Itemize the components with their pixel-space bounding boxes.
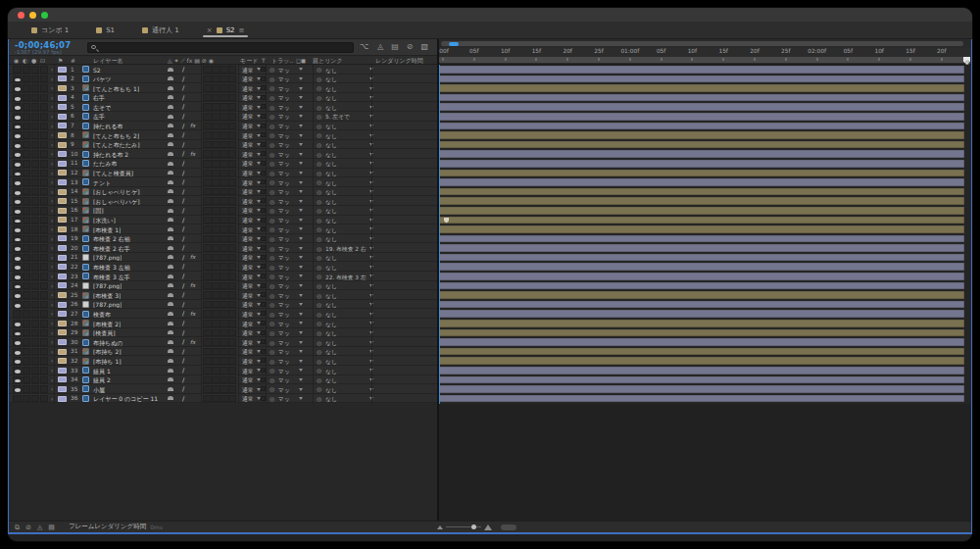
index-column-header[interactable]: # xyxy=(71,57,75,64)
layer-switch-cells[interactable] xyxy=(203,348,236,356)
quality-switch[interactable]: / xyxy=(182,84,184,92)
fx-badge[interactable]: fx xyxy=(190,311,195,317)
layer-duration-bar[interactable] xyxy=(439,282,964,290)
parent-pickwhip-icon[interactable]: ◎ xyxy=(317,245,321,252)
video-eye-toggle[interactable] xyxy=(13,66,22,74)
parent-pickwhip-icon[interactable]: ◎ xyxy=(317,282,321,289)
lock-toggle[interactable] xyxy=(40,84,48,92)
quality-switch[interactable]: / xyxy=(182,217,184,225)
comp-tab-4[interactable]: ×S2≡ xyxy=(197,22,255,38)
lock-toggle[interactable] xyxy=(40,348,48,356)
lock-toggle[interactable] xyxy=(40,282,48,290)
shy-switch-icon[interactable] xyxy=(168,302,173,306)
label-color-swatch[interactable] xyxy=(58,368,67,374)
close-tab-icon[interactable]: × xyxy=(207,26,213,34)
video-eye-toggle[interactable] xyxy=(13,254,22,262)
video-eye-toggle[interactable] xyxy=(13,310,22,318)
comp-tab-3[interactable]: 通行人 1 xyxy=(132,22,189,38)
audio-toggle[interactable] xyxy=(23,141,30,149)
layer-switch-cells[interactable] xyxy=(203,188,236,196)
layer-duration-bar[interactable] xyxy=(439,367,964,374)
label-column-header-flag-icon[interactable]: ⚑ xyxy=(58,57,63,64)
video-eye-toggle[interactable] xyxy=(13,94,22,102)
shy-switch-icon[interactable] xyxy=(168,227,173,231)
layer-row[interactable]: ›17[水洗い]/通常◎マッ◎なし xyxy=(9,216,437,225)
layer-duration-bar[interactable] xyxy=(439,310,964,318)
parent-pickwhip-icon[interactable]: ◎ xyxy=(317,123,321,129)
track-matte-pickwhip-icon[interactable]: ◎ xyxy=(270,113,274,120)
layer-row[interactable]: ›6左手/通常◎マッ◎5. 左そで xyxy=(9,112,437,122)
layer-row[interactable]: ›33組員 1/通常◎マッ◎なし xyxy=(9,366,437,375)
audio-toggle[interactable] xyxy=(23,357,30,365)
shy-switch-icon[interactable] xyxy=(168,171,173,175)
video-eye-toggle[interactable] xyxy=(13,217,22,225)
solo-toggle[interactable] xyxy=(31,217,39,225)
track-matte-pickwhip-icon[interactable]: ◎ xyxy=(270,282,274,289)
solo-toggle[interactable] xyxy=(31,348,39,356)
layer-duration-bar[interactable] xyxy=(439,225,964,233)
zoom-out-icon[interactable] xyxy=(437,525,443,529)
label-color-swatch[interactable] xyxy=(58,123,67,128)
label-color-swatch[interactable] xyxy=(58,161,67,167)
layer-switch-cells[interactable] xyxy=(203,197,236,205)
quality-switch[interactable]: / xyxy=(182,348,184,356)
audio-toggle[interactable] xyxy=(23,197,30,205)
label-color-swatch[interactable] xyxy=(58,132,67,138)
shy-switch-icon[interactable] xyxy=(168,246,173,250)
audio-toggle[interactable] xyxy=(23,348,30,356)
video-eye-toggle[interactable] xyxy=(13,329,22,337)
shy-switch-icon[interactable] xyxy=(168,199,173,203)
video-eye-toggle[interactable] xyxy=(13,367,22,374)
layer-row[interactable]: ›25[布検査 3]/通常◎マッ◎なし xyxy=(9,290,437,300)
quality-switch[interactable]: / xyxy=(182,235,184,243)
layer-name[interactable]: S2 xyxy=(93,67,101,74)
label-color-swatch[interactable] xyxy=(58,339,67,345)
layer-switch-cells[interactable] xyxy=(203,329,236,337)
parent-pickwhip-icon[interactable]: ◎ xyxy=(317,235,321,242)
layer-row[interactable]: ›7持たれる布/fx通常◎マッ◎なし xyxy=(9,122,437,131)
layer-switch-cells[interactable] xyxy=(203,170,236,177)
parent-pickwhip-icon[interactable]: ◎ xyxy=(317,207,321,214)
label-color-swatch[interactable] xyxy=(58,358,67,364)
layer-duration-bar[interactable] xyxy=(439,329,964,337)
layer-row[interactable]: ›32[布持ち 1]/通常◎マッ◎なし xyxy=(9,356,437,366)
label-color-swatch[interactable] xyxy=(58,245,67,251)
quality-switch[interactable]: / xyxy=(182,225,184,233)
layer-name[interactable]: [787.png] xyxy=(93,301,122,308)
lock-toggle[interactable] xyxy=(40,385,48,393)
shy-switch-icon[interactable] xyxy=(168,236,173,240)
solo-toggle[interactable] xyxy=(31,66,39,74)
lock-toggle[interactable] xyxy=(40,263,48,271)
layer-row[interactable]: ›21[787.png]/fx通常◎マッ◎なし xyxy=(9,253,437,263)
audio-toggle[interactable] xyxy=(23,66,30,74)
layer-name[interactable]: [787.png] xyxy=(93,282,122,289)
solo-toggle[interactable] xyxy=(31,141,39,149)
label-color-swatch[interactable] xyxy=(58,179,67,185)
parent-pickwhip-icon[interactable]: ◎ xyxy=(317,217,321,224)
solo-toggle[interactable] xyxy=(31,150,39,158)
lock-toggle[interactable] xyxy=(40,338,48,346)
solo-toggle[interactable] xyxy=(31,282,39,290)
preserve-transparency-column-header[interactable]: T xyxy=(262,57,266,64)
track-matte-pickwhip-icon[interactable]: ◎ xyxy=(270,385,274,392)
quality-switch[interactable]: / xyxy=(182,395,184,403)
layer-switch-cells[interactable] xyxy=(203,282,236,290)
shy-switch-icon[interactable] xyxy=(168,330,173,334)
track-matte-pickwhip-icon[interactable]: ◎ xyxy=(270,198,274,205)
layer-row[interactable]: ›22布検査 3 左袖/通常◎マッ◎なし xyxy=(9,262,437,272)
shy-switch-icon[interactable] xyxy=(168,312,173,316)
lock-toggle[interactable] xyxy=(40,291,48,299)
layer-switch-cells[interactable] xyxy=(203,75,236,83)
lock-toggle[interactable] xyxy=(40,395,48,403)
track-matte-pickwhip-icon[interactable]: ◎ xyxy=(270,367,274,374)
quality-switch[interactable]: / xyxy=(182,338,184,346)
parent-pickwhip-icon[interactable]: ◎ xyxy=(317,358,321,365)
layer-row[interactable]: ›31[布持ち 2]/通常◎マッ◎なし xyxy=(9,347,437,357)
minimize-window-button[interactable] xyxy=(29,12,36,19)
layer-switch-cells[interactable] xyxy=(203,103,236,111)
label-color-swatch[interactable] xyxy=(58,376,67,382)
layer-row[interactable]: ›13テント/通常◎マッ◎なし xyxy=(9,177,437,187)
layer-row[interactable]: ›19布検査 2 右袖/通常◎マッ◎なし xyxy=(9,234,437,244)
quality-switch[interactable]: / xyxy=(182,103,184,111)
search-input[interactable] xyxy=(96,43,329,51)
